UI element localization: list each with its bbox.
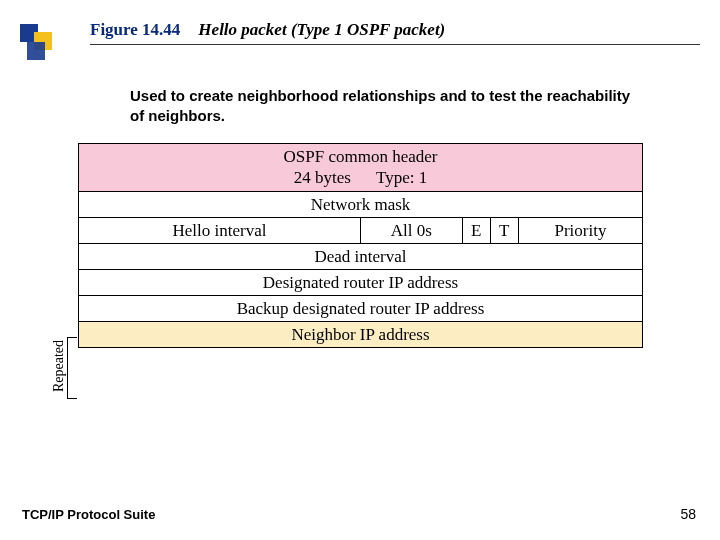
header-type: Type: 1 — [376, 168, 427, 187]
table-row: Hello interval All 0s E T Priority — [79, 218, 643, 244]
bracket-icon — [67, 337, 77, 399]
table-row: Designated router IP address — [79, 270, 643, 296]
neighbor-ip-cell: Neighbor IP address — [79, 322, 643, 348]
figure-title: Hello packet (Type 1 OSPF packet) — [198, 20, 445, 40]
figure-header: Figure 14.44 Hello packet (Type 1 OSPF p… — [90, 10, 700, 45]
ospf-common-header-cell: OSPF common header 24 bytes Type: 1 — [79, 144, 643, 192]
header-line1: OSPF common header — [83, 147, 638, 167]
e-flag-cell: E — [462, 218, 490, 244]
figure-label: Figure 14.44 — [90, 20, 180, 40]
t-flag-cell: T — [490, 218, 518, 244]
backup-designated-router-cell: Backup designated router IP address — [79, 296, 643, 322]
network-mask-cell: Network mask — [79, 192, 643, 218]
table-row: Backup designated router IP address — [79, 296, 643, 322]
table-row: Neighbor IP address — [79, 322, 643, 348]
header-bytes: 24 bytes — [294, 168, 351, 187]
table-row: Dead interval — [79, 244, 643, 270]
corner-decoration — [20, 24, 60, 64]
figure-description: Used to create neighborhood relationship… — [130, 86, 635, 125]
table-row-header: OSPF common header 24 bytes Type: 1 — [79, 144, 643, 192]
packet-table: OSPF common header 24 bytes Type: 1 Netw… — [78, 143, 643, 348]
repeated-label: Repeated — [51, 331, 67, 401]
hello-interval-cell: Hello interval — [79, 218, 361, 244]
priority-cell: Priority — [518, 218, 642, 244]
all0s-cell: All 0s — [361, 218, 463, 244]
dead-interval-cell: Dead interval — [79, 244, 643, 270]
designated-router-cell: Designated router IP address — [79, 270, 643, 296]
table-row: Network mask — [79, 192, 643, 218]
repeated-indicator: Repeated — [55, 339, 77, 401]
page-number: 58 — [680, 506, 696, 522]
header-line2: 24 bytes Type: 1 — [83, 168, 638, 188]
packet-diagram: OSPF common header 24 bytes Type: 1 Netw… — [78, 143, 643, 348]
deco-square — [27, 42, 45, 60]
footer-source: TCP/IP Protocol Suite — [22, 507, 155, 522]
